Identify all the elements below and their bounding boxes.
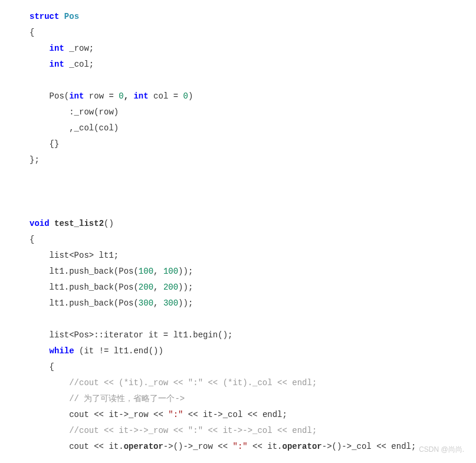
code-line: int _col; bbox=[29, 57, 447, 73]
code-line: lt1.push_back(Pos(300, 300)); bbox=[29, 295, 447, 311]
code-line: int _row; bbox=[29, 41, 447, 57]
code-line: list<Pos> lt1; bbox=[29, 248, 447, 264]
code-line: lt1.push_back(Pos(200, 200)); bbox=[29, 280, 447, 295]
code-line bbox=[29, 200, 447, 216]
code-line: ,_col(col) bbox=[29, 120, 447, 136]
code-block: struct Pos{ int _row; int _col; Pos(int … bbox=[29, 9, 447, 455]
code-line: {} bbox=[29, 136, 447, 152]
code-line: { bbox=[29, 25, 447, 41]
code-line bbox=[29, 168, 447, 184]
code-line: //cout << it->->_row << ":" << it->->_co… bbox=[29, 423, 447, 439]
code-line: cout << it.operator->()->_row << ":" << … bbox=[29, 439, 447, 455]
code-line: struct Pos bbox=[29, 9, 447, 25]
watermark-text: CSDN @尚尚. bbox=[419, 442, 464, 458]
code-line: while (it != lt1.end()) bbox=[29, 343, 447, 359]
code-line bbox=[29, 184, 447, 200]
code-line: void test_list2() bbox=[29, 216, 447, 232]
code-line: :_row(row) bbox=[29, 104, 447, 120]
code-line bbox=[29, 73, 447, 88]
code-line: Pos(int row = 0, int col = 0) bbox=[29, 88, 447, 104]
code-line: cout << it->_row << ":" << it->_col << e… bbox=[29, 407, 447, 423]
code-line: }; bbox=[29, 152, 447, 168]
code-line: { bbox=[29, 359, 447, 375]
code-line: { bbox=[29, 232, 447, 248]
code-line bbox=[29, 311, 447, 327]
code-line: lt1.push_back(Pos(100, 100)); bbox=[29, 264, 447, 280]
code-line: list<Pos>::iterator it = lt1.begin(); bbox=[29, 327, 447, 343]
code-line: //cout << (*it)._row << ":" << (*it)._co… bbox=[29, 375, 447, 391]
code-line: // 为了可读性，省略了一个-> bbox=[29, 391, 447, 407]
